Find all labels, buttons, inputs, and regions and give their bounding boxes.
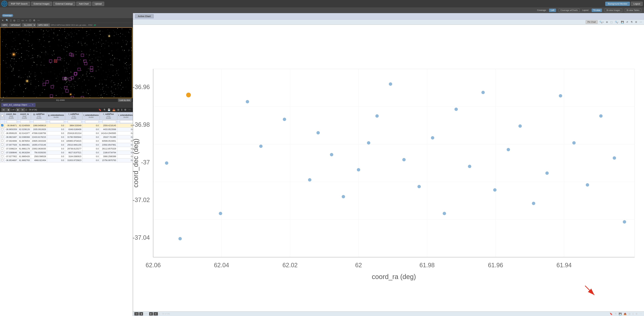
scatter-point[interactable]: [178, 237, 182, 240]
filter-i-calibflux[interactable]: [68, 120, 81, 123]
scatter-point[interactable]: [613, 156, 616, 160]
table-row[interactable]: -36.982168762.038936822433.81782150.0317…: [0, 135, 133, 139]
external-catalogs-button[interactable]: External Catalogs: [53, 2, 76, 6]
scatter-point[interactable]: [518, 124, 522, 128]
filter-tool[interactable]: ⚗: [103, 108, 106, 111]
external-images-button[interactable]: External Images: [31, 2, 52, 6]
crosshair-tool[interactable]: ✕: [1, 19, 4, 22]
highlighted-point[interactable]: [186, 93, 191, 97]
scatter-point[interactable]: [454, 108, 458, 111]
row-checkbox[interactable]: [1, 124, 3, 126]
chart-settings[interactable]: ⚙: [635, 312, 638, 316]
background-monitor-button[interactable]: Background Monitor: [605, 2, 630, 6]
bi-view-tables-button[interactable]: Bi-view Tables: [625, 8, 641, 12]
settings-tool[interactable]: ⚙: [32, 19, 36, 22]
next-page-button[interactable]: ▶: [16, 108, 20, 111]
circle-tool[interactable]: ○: [25, 19, 28, 22]
scatter-point[interactable]: [443, 212, 446, 215]
row-checkbox[interactable]: [1, 128, 3, 130]
table-row[interactable]: -37.038984661.9618284756.93392930.06627.…: [0, 151, 133, 155]
row-checkbox[interactable]: [1, 159, 3, 161]
save-chart[interactable]: 💾: [620, 20, 624, 24]
add-chart-button[interactable]: Add Chart: [76, 2, 91, 6]
bookmark-tool[interactable]: 🔖: [98, 108, 102, 111]
crosshair-chart[interactable]: ⊕: [605, 20, 609, 24]
row-checkbox[interactable]: [1, 144, 3, 146]
expand-icon[interactable]: ⤢: [1, 99, 3, 102]
lock-by-click-button[interactable]: Lock by click: [118, 99, 132, 102]
select-tool[interactable]: ⬚: [17, 19, 20, 22]
logout-button[interactable]: Logout: [631, 2, 643, 6]
active-chart-tab[interactable]: Active Chart: [135, 14, 154, 18]
column-tool[interactable]: ⊞: [117, 108, 120, 111]
scatter-point[interactable]: [367, 141, 370, 145]
tri-view-button[interactable]: Tri-view: [592, 8, 602, 12]
hips-aitoff-button[interactable]: HiPS/Aitoff: [9, 23, 21, 26]
row-checkbox[interactable]: [1, 151, 3, 154]
scatter-point[interactable]: [493, 188, 496, 192]
zoom-out-chart[interactable]: 🔍-: [614, 20, 619, 24]
table-row[interactable]: -37.007792661.966436118355.47331460.0255…: [0, 143, 133, 147]
scatter-point[interactable]: [389, 82, 392, 86]
chart-export[interactable]: 📤: [623, 312, 627, 316]
scatter-point[interactable]: [259, 145, 262, 148]
scatter-point[interactable]: [586, 183, 589, 186]
scatter-point[interactable]: [246, 100, 249, 103]
table-row[interactable]: -36.959910562.014197747006.01807560.0253…: [0, 132, 133, 135]
polygon-tool[interactable]: ⬡: [28, 19, 32, 22]
scatter-point[interactable]: [316, 131, 320, 135]
row-checkbox[interactable]: [1, 140, 3, 142]
filter-g-ext[interactable]: [50, 120, 64, 123]
filter-g-calibflux[interactable]: [33, 120, 46, 123]
tab-close-icon[interactable]: ✕: [32, 104, 34, 106]
chart-bookmark[interactable]: 🔖: [609, 312, 613, 316]
filter-coord-ra[interactable]: [20, 120, 30, 123]
scatter-point[interactable]: [545, 171, 549, 175]
scatter-point[interactable]: [342, 195, 345, 198]
bi-view-images-button[interactable]: Bi-view Images: [604, 8, 622, 12]
hips-button[interactable]: HiPS: [1, 23, 8, 26]
chart-prev-page[interactable]: ◀: [139, 312, 143, 316]
scatter-point[interactable]: [431, 136, 434, 140]
more-chart[interactable]: ⋯: [639, 20, 643, 24]
scatter-point[interactable]: [283, 118, 286, 121]
save-tool[interactable]: 💾: [107, 108, 111, 111]
chart-columns[interactable]: ⊞: [628, 312, 631, 316]
scatter-point[interactable]: [357, 168, 360, 171]
region-tool[interactable]: ▭: [21, 19, 24, 22]
row-checkbox[interactable]: [1, 148, 3, 150]
table-tab[interactable]: dp02_dc2_catalogs.Object - ... ✕: [1, 103, 35, 107]
scatter-point[interactable]: [468, 165, 471, 168]
hips-moc-button[interactable]: HiPS / MOC: [37, 23, 50, 26]
scatter-point[interactable]: [507, 148, 510, 151]
table-row[interactable]: -36.953489761.98927834968.9224540.031003…: [0, 158, 133, 162]
select-chart[interactable]: ⬚: [610, 20, 613, 24]
row-checkbox[interactable]: [1, 136, 3, 138]
first-page-button[interactable]: ⏮: [1, 108, 6, 111]
chart-filter[interactable]: ⚗: [614, 312, 618, 316]
rsp-tap-search-button[interactable]: RSP TAP Search: [8, 2, 30, 6]
eq-j2000-select[interactable]: Eq J2000: [22, 23, 36, 27]
scatter-point[interactable]: [559, 94, 562, 98]
reset-chart[interactable]: ↺: [626, 20, 629, 24]
select-all-checkbox[interactable]: [1, 115, 3, 117]
chart-save-btn[interactable]: 💾: [618, 312, 622, 316]
more-table-tool[interactable]: ⋯: [128, 108, 132, 111]
filter-i-ext[interactable]: [85, 120, 99, 123]
select-all-header[interactable]: [0, 112, 4, 120]
more-tool[interactable]: ⋯: [37, 19, 40, 22]
filter-r-calibflux[interactable]: [102, 120, 116, 123]
zoom-in-chart[interactable]: 🔍+: [599, 20, 604, 24]
chart-first-page[interactable]: ⏮: [134, 312, 139, 316]
scatter-point[interactable]: [330, 153, 333, 156]
filter-coord-dec[interactable]: [7, 120, 17, 123]
scatter-point[interactable]: [402, 158, 406, 161]
scatter-point[interactable]: [375, 114, 379, 118]
table-row[interactable]: -36.965035962.02081261935.09108260.06348…: [0, 128, 133, 132]
scatter-point[interactable]: [219, 212, 222, 215]
filter-r-ext[interactable]: [120, 120, 133, 123]
scatter-point[interactable]: [418, 185, 421, 188]
scatter-point[interactable]: [572, 141, 576, 145]
scatter-point[interactable]: [482, 91, 485, 94]
prev-page-button[interactable]: ◀: [6, 108, 10, 111]
